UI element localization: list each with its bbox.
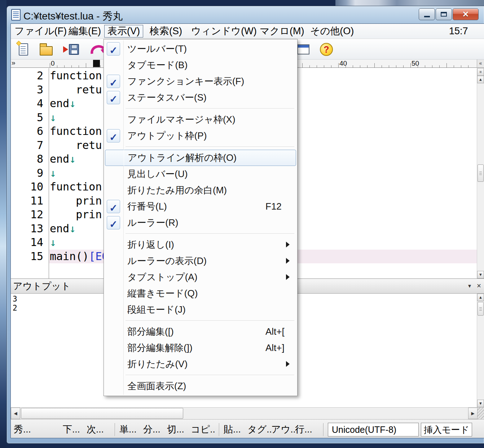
function-key-button[interactable]: 行... [295,423,319,436]
function-key-button[interactable]: 秀... [14,423,38,436]
menu-item[interactable]: タブモード(B) [105,57,296,73]
scroll-right-icon[interactable]: ▶ [468,408,478,419]
line-number: 12 [11,208,49,222]
scrollbar-track[interactable] [20,408,468,419]
menu-item[interactable]: 縦書きモード(Q) [105,285,296,302]
newline-mark-icon: ↓ [69,97,76,110]
function-key-button[interactable]: 貼... [224,423,247,436]
menu-item-shortcut: Alt+[ [265,324,285,340]
output-scrollbar[interactable]: ▲ ▼ [477,294,484,407]
menu-item[interactable]: ✓ ステータスバー(S) [105,89,296,106]
input-mode-indicator[interactable]: 挿入モード [421,423,472,436]
open-folder-icon [40,46,53,56]
maximize-button[interactable] [436,8,452,20]
outline-toggle-icon[interactable]: ≡ [477,68,484,76]
line-number: 2 [11,69,49,83]
function-key-button[interactable]: コピ... [191,423,215,436]
menu-item[interactable]: 全画面表示(Z) [105,378,296,394]
menu-file[interactable]: ファイル(F) [13,25,68,38]
scroll-up-icon[interactable]: ▲ [477,294,484,301]
save-button[interactable] [61,41,82,58]
menu-item[interactable]: 折り返し(I) [105,237,296,253]
help-button[interactable]: ? [317,41,335,58]
scrollbar-thumb[interactable] [478,164,484,182]
window-title: C:¥tets¥test.lua - 秀丸 [23,9,123,23]
menu-item[interactable]: 折りたたみ用の余白(M) [105,182,296,198]
scroll-down-icon[interactable]: ▼ [477,400,484,407]
new-file-button[interactable] [14,41,32,58]
menu-edit[interactable]: 編集(E) [67,25,102,38]
menu-item[interactable]: タブストップ(A) [105,269,296,285]
caret-down-icon[interactable]: ▾ [465,282,474,290]
newline-mark-icon: ↓ [50,236,56,249]
menu-macro[interactable]: マクロ(M) [259,25,305,38]
menu-search[interactable]: 検索(S) [149,25,183,38]
menu-item[interactable]: 部分編集([) Alt+[ [105,324,296,340]
function-key-button[interactable]: アウ... [271,423,295,436]
menu-item[interactable]: 部分編集解除(]) Alt+] [105,340,296,356]
menu-item[interactable]: ルーラーの表示(D) [105,253,296,269]
menu-item[interactable]: ファイルマネージャ枠(X) [105,111,296,128]
minimize-icon [424,16,430,17]
menu-item[interactable]: アウトライン解析の枠(O) [105,150,296,166]
scroll-up-icon[interactable]: ▲ [477,76,484,83]
new-file-icon [19,43,28,56]
output-close-icon[interactable]: ✕ [475,282,483,290]
menu-item[interactable]: ✓ ルーラー(R) [105,215,296,231]
submenu-arrow-icon [286,258,290,264]
ruler-label: 40 [339,60,347,67]
menu-item-label: ファンクションキー表示(F) [127,76,244,87]
menu-item-label: 縦書きモード(Q) [127,288,198,299]
line-number: 3 [11,83,49,97]
close-button[interactable]: ✕ [453,8,479,20]
function-key-button[interactable]: 切... [167,423,191,436]
menu-item-label: アウトプット枠(P) [127,130,207,141]
chevron-double-right-icon[interactable]: » [12,59,16,67]
scrollbar-track[interactable] [477,301,484,400]
menu-separator [126,320,294,321]
title-bar[interactable]: C:¥tets¥test.lua - 秀丸 ✕ [7,6,484,23]
collapse-icon[interactable]: « [477,60,484,67]
menu-window[interactable]: ウィンドウ(W) [190,25,258,38]
encoding-indicator[interactable]: Unicode(UTF-8) [328,423,419,436]
menu-separator [126,146,294,147]
menu-item-label: タブモード(B) [127,60,188,70]
menu-item-label: ルーラーの表示(D) [127,255,207,266]
checkmark-icon: ✓ [107,216,120,229]
ruler-cursor-marker [93,60,100,67]
function-key-button[interactable]: 分... [143,423,167,436]
editor-scrollbar[interactable]: ≡ ▲ ▼ [477,68,484,278]
minimize-button[interactable] [419,8,435,20]
scrollbar-thumb[interactable] [21,408,183,419]
scroll-down-icon[interactable]: ▼ [477,271,484,278]
checkmark-icon: ✓ [107,91,120,104]
submenu-arrow-icon [286,274,290,280]
line-number: 6 [11,124,49,139]
menu-item-label: ルーラー(R) [127,217,178,228]
scrollbar-thumb[interactable] [478,302,484,316]
menu-item-label: ツールバー(T) [127,43,187,54]
menu-item[interactable]: 折りたたみ(V) [105,356,296,372]
menu-item[interactable]: 段組モード(J) [105,302,296,318]
menu-item-label: 折りたたみ用の余白(M) [127,185,227,196]
menu-item-shortcut: F12 [265,198,282,215]
menu-view[interactable]: 表示(V) [104,25,143,38]
scroll-left-icon[interactable]: ◀ [11,408,20,419]
resize-grip[interactable] [478,408,484,419]
function-key-button[interactable]: 下... [63,423,87,436]
function-key-button[interactable]: 単... [119,423,143,436]
open-file-button[interactable] [37,41,55,58]
menu-item[interactable]: ✓ ツールバー(T) [105,41,296,57]
menu-item-label: ファイルマネージャ枠(X) [127,114,236,125]
menu-item[interactable]: ✓ 行番号(L) F12 [105,198,296,215]
function-key-button[interactable]: タグ... [247,423,271,436]
cursor-position: 15:7 [449,25,468,38]
menu-others[interactable]: その他(O) [309,25,355,38]
menu-item[interactable]: ✓ アウトプット枠(P) [105,128,296,144]
scrollbar-track[interactable] [477,83,484,271]
function-key-button[interactable]: 次... [87,423,110,436]
horizontal-scrollbar[interactable]: ◀ ▶ [11,407,484,419]
menu-item[interactable]: 見出しバー(U) [105,166,296,182]
menu-item[interactable]: ✓ ファンクションキー表示(F) [105,73,296,89]
help-icon: ? [320,43,333,56]
